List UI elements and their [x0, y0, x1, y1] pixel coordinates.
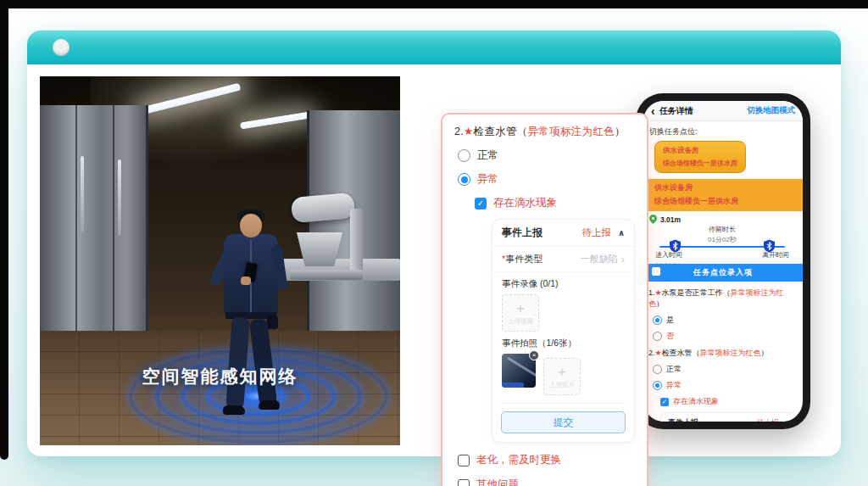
task-point-banner: 供水设备房 综合场馆楼负一层供水房	[643, 179, 803, 211]
phone-header: ‹ 任务详情 切换地图模式	[643, 101, 803, 121]
remove-photo-icon[interactable]: ×	[529, 350, 539, 360]
panel-dripping-label: 存在滴水现象	[493, 196, 557, 210]
duration-label: 停留时长	[648, 225, 797, 234]
panel-dripping-row[interactable]: ✓ 存在滴水现象	[475, 196, 635, 210]
photo-caption: 空间智能感知网络	[40, 365, 400, 388]
panel-event-header[interactable]: 事件上报 待上报 ∧	[492, 220, 634, 247]
other-checkbox-row[interactable]: 其他问题	[458, 478, 635, 486]
radio-selected-icon[interactable]	[653, 316, 662, 325]
event-card-title: 事件上报	[668, 417, 757, 422]
q1-no-label: 否	[666, 331, 674, 342]
q1-option-yes[interactable]: 是	[653, 315, 797, 326]
section-checkbox[interactable]	[652, 267, 660, 276]
task-entry-section-banner[interactable]: 任务点位录入项	[643, 264, 803, 282]
option-abnormal-label: 异常	[477, 172, 498, 187]
task-point-button-line2: 综合场馆楼负一层供水房	[663, 159, 737, 168]
plus-icon: +	[558, 365, 566, 379]
panel-photo-section: 事件拍照（1/6张） × + 上传照片	[492, 332, 634, 395]
phone-body: 切换任务点位: 供水设备房 综合场馆楼负一层供水房 供水设备房 综合场馆楼负一层…	[643, 121, 803, 422]
chevron-right-icon: ›	[621, 254, 625, 265]
plus-icon: +	[516, 301, 525, 316]
panel-option-normal[interactable]: 正常	[458, 148, 635, 163]
radio-icon[interactable]	[653, 365, 662, 374]
radio-selected-icon[interactable]	[458, 173, 470, 186]
task-point-banner-line1: 供水设备房	[654, 182, 794, 193]
photo-upload-box[interactable]: + 上传照片	[543, 358, 581, 395]
radio-selected-icon[interactable]	[653, 381, 662, 390]
technician-figure	[206, 210, 299, 436]
video-upload-box[interactable]: + 上传视频	[502, 294, 539, 332]
radio-icon[interactable]	[653, 332, 662, 341]
kitchen-photo: 空间智能感知网络	[40, 76, 400, 445]
phone-mockup: ‹ 任务详情 切换地图模式 切换任务点位: 供水设备房 综合场馆楼负一层供水房 …	[636, 93, 810, 429]
back-icon[interactable]: ‹	[651, 105, 655, 117]
section-banner-label: 任务点位录入项	[693, 268, 753, 277]
q2-abnormal-label: 异常	[666, 380, 682, 391]
panel-event-type-row[interactable]: *事件类型 一般缺陷 ›	[492, 247, 634, 272]
phone-page-title: 任务详情	[659, 105, 747, 117]
switch-map-mode-link[interactable]: 切换地图模式	[747, 105, 795, 116]
q1-option-no[interactable]: 否	[653, 331, 797, 342]
panel-event-type-value: 一般缺陷	[581, 253, 618, 265]
collapse-icon[interactable]: ∧	[784, 419, 790, 422]
task-point-button[interactable]: 供水设备房 综合场馆楼负一层供水房	[654, 141, 746, 173]
checkbox-checked-icon[interactable]: ✓	[660, 398, 669, 406]
panel-video-section: 事件录像 (0/1) + 上传视频	[492, 272, 634, 332]
panel-question-title: 2.★检查水管（异常项标注为红色）	[454, 125, 635, 139]
question-2-label: 2.★检查水管（异常项标注为红色）	[648, 348, 797, 359]
photo-thumbnail[interactable]: ×	[502, 354, 536, 388]
location-pin-icon	[649, 215, 657, 224]
screenshot-stage: 空间智能感知网络 ‹ 任务详情 切换地图模式 切换任务点位: 供水设备房 综合场…	[0, 0, 868, 486]
black-frame-top	[0, 0, 868, 8]
panel-event-title: 事件上报	[502, 226, 581, 240]
window-control-button[interactable]	[53, 39, 70, 56]
fridge-left	[40, 105, 148, 368]
aging-checkbox-row[interactable]: 老化，需及时更换	[458, 453, 635, 467]
dripping-checkbox-row[interactable]: ✓ 存在滴水现象	[660, 396, 797, 407]
distance-row: 3.01m	[649, 215, 797, 224]
task-point-button-line1: 供水设备房	[663, 146, 737, 156]
phone-screen: ‹ 任务详情 切换地图模式 切换任务点位: 供水设备房 综合场馆楼负一层供水房 …	[643, 101, 803, 422]
option-normal-label: 正常	[477, 148, 498, 163]
panel-video-label: 事件录像 (0/1)	[502, 278, 625, 290]
q2-normal-label: 正常	[666, 364, 682, 375]
panel-event-card: 事件上报 待上报 ∧ *事件类型 一般缺陷 › 事件录像 (0/1) + 上传视…	[492, 219, 635, 443]
aging-label: 老化，需及时更换	[476, 453, 561, 467]
black-frame-left	[0, 0, 8, 460]
upload-photo-text: 上传照片	[549, 381, 575, 389]
collapse-icon[interactable]: ∧	[618, 228, 625, 237]
submit-section: 提交	[501, 403, 626, 433]
q2-option-abnormal[interactable]: 异常	[653, 380, 797, 391]
dripping-label: 存在滴水现象	[673, 396, 719, 407]
other-label: 其他问题	[476, 478, 519, 486]
checkbox-checked-icon[interactable]: ✓	[475, 198, 487, 209]
event-status-badge: 待上报	[757, 418, 779, 422]
distance-value: 3.01m	[660, 215, 681, 224]
checkbox-icon[interactable]	[458, 455, 470, 466]
panel-event-status: 待上报	[581, 226, 611, 239]
window-titlebar	[27, 31, 841, 64]
leave-time-label: 离开时间	[762, 250, 789, 260]
upload-video-text: 上传视频	[508, 317, 533, 326]
panel-photo-label: 事件拍照（1/6张）	[502, 338, 625, 349]
event-card-header[interactable]: 事件上报 待上报 ∧	[661, 413, 796, 422]
radio-icon[interactable]	[458, 149, 470, 162]
submit-button[interactable]: 提交	[501, 411, 626, 433]
task-point-banner-line2: 综合场馆楼负一层供水房	[654, 196, 794, 207]
checkbox-icon[interactable]	[458, 479, 470, 486]
q2-option-normal[interactable]: 正常	[653, 364, 797, 375]
switch-task-point-label: 切换任务点位:	[649, 126, 797, 137]
q1-yes-label: 是	[666, 315, 674, 326]
magnified-form-panel: 2.★检查水管（异常项标注为红色） 正常 异常 ✓ 存在滴水现象 事件上报 待上…	[441, 113, 648, 486]
dwell-timeline: 停留时长 01分02秒 进入时间 17:34:54 离开时间	[648, 225, 797, 262]
question-1-label: 1.★水泵是否正常工作（异常项标注为红色）	[648, 288, 797, 310]
panel-option-abnormal[interactable]: 异常	[458, 172, 635, 187]
event-report-card: 事件上报 待上报 ∧ *事件类型 一般缺陷 › 事件录像 (0/1) + 上传视…	[660, 412, 797, 422]
enter-time-label: 进入时间	[655, 250, 682, 260]
